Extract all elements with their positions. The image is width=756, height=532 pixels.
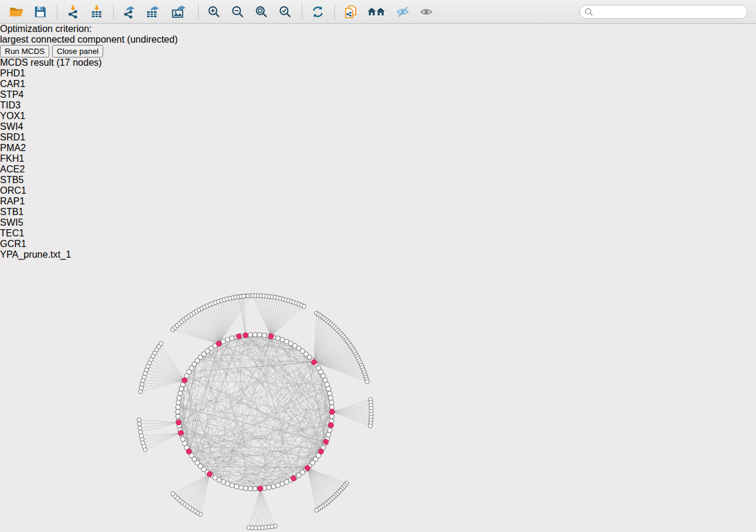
duplicate-network-icon[interactable] (341, 2, 360, 21)
refresh-icon[interactable] (308, 2, 327, 21)
result-node[interactable]: TEC1 (0, 228, 756, 239)
open-icon[interactable] (7, 2, 26, 21)
result-node[interactable]: PMA2 (0, 143, 756, 153)
mcds-result-title: MCDS result (17 nodes) (0, 57, 102, 68)
main-toolbar (0, 0, 756, 24)
result-node[interactable]: GCR1 (0, 239, 756, 249)
optimization-criterion-value: largest connected component (undirected) (0, 34, 178, 44)
toolbar-separator (334, 4, 336, 20)
result-node[interactable]: TID3 (0, 100, 756, 111)
search-field (579, 5, 748, 19)
zoom-fit-icon[interactable] (252, 2, 271, 21)
zoom-selected-icon[interactable] (276, 2, 295, 21)
mcds-result-box: MCDS result (17 nodes) PHD1CAR1STP4TID3Y… (0, 57, 756, 249)
result-node[interactable]: SRD1 (0, 132, 756, 143)
search-icon (585, 8, 593, 16)
result-node[interactable]: SWI4 (0, 121, 756, 132)
result-node[interactable]: ACE2 (0, 164, 756, 175)
result-node[interactable]: CAR1 (0, 79, 756, 89)
result-node[interactable]: PHD1 (0, 68, 756, 79)
hide-selected-icon[interactable] (393, 2, 412, 21)
mcds-result-list: PHD1CAR1STP4TID3YOX1SWI4SRD1PMA2FKH1ACE2… (0, 68, 756, 249)
close-panel-button[interactable]: Close panel (52, 45, 103, 57)
zoom-in-icon[interactable] (205, 2, 224, 21)
optimization-label: Optimization criterion: (0, 24, 756, 34)
toolbar-separator (57, 4, 58, 20)
toolbar-separator (198, 4, 199, 20)
export-table-icon[interactable] (143, 2, 162, 21)
result-node[interactable]: FKH1 (0, 153, 756, 164)
result-node[interactable]: RAP1 (0, 196, 756, 207)
network-titlebar: YPA_prune.txt_1 (0, 249, 756, 260)
network-title: YPA_prune.txt_1 (0, 249, 756, 260)
result-node[interactable]: STP4 (0, 89, 756, 100)
desktop-edge (0, 24, 2, 526)
mcds-tab-page: Optimization criterion: largest connecte… (0, 24, 756, 57)
export-network-icon[interactable] (120, 2, 139, 21)
save-icon[interactable] (31, 2, 50, 21)
toolbar-separator (302, 4, 303, 20)
result-node[interactable]: STB5 (0, 175, 756, 185)
first-neighbors-icon[interactable] (365, 2, 388, 21)
application-window: Control Panel ✕ NetworkStyleSelectMCDS O… (0, 0, 756, 532)
result-node[interactable]: ORC1 (0, 185, 756, 196)
search-input[interactable] (579, 5, 748, 19)
result-node[interactable]: SWI5 (0, 217, 756, 228)
optimization-criterion-select[interactable]: largest connected component (undirected) (0, 34, 756, 45)
control-panel: Control Panel ✕ NetworkStyleSelectMCDS O… (0, 0, 756, 249)
toolbar-separator (113, 4, 114, 20)
network-graph[interactable] (0, 260, 513, 532)
run-mcds-button[interactable]: Run MCDS (0, 45, 49, 57)
import-table-icon[interactable] (87, 2, 106, 21)
export-image-icon[interactable] (167, 2, 191, 21)
network-view-window: YPA_prune.txt_1 (0, 249, 756, 532)
result-node[interactable]: STB1 (0, 207, 756, 217)
import-network-icon[interactable] (63, 2, 82, 21)
result-node[interactable]: YOX1 (0, 111, 756, 121)
zoom-out-icon[interactable] (228, 2, 247, 21)
show-all-icon[interactable] (417, 2, 436, 21)
